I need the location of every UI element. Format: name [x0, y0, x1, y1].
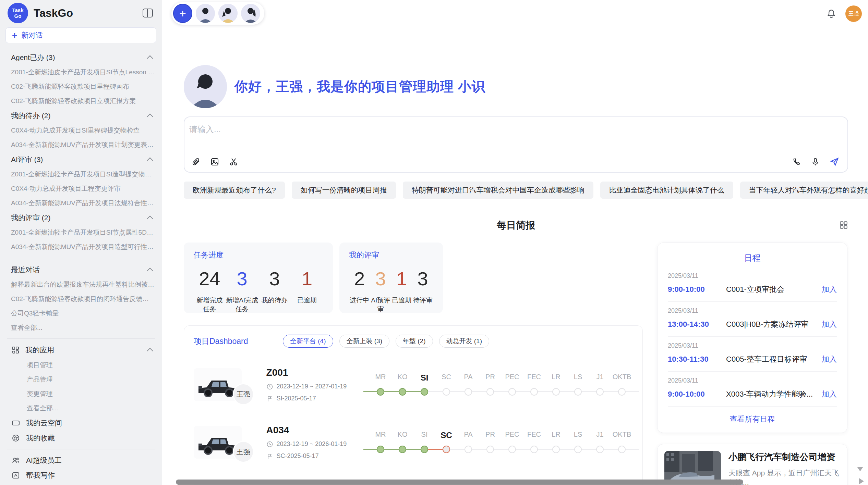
- sidebar-item[interactable]: A034-全新新能源MUV产品开发项目计划变更表编写: [0, 138, 162, 152]
- scissors-icon[interactable]: [229, 157, 238, 166]
- milestone-dot[interactable]: [377, 388, 384, 396]
- event-join-button[interactable]: 加入: [822, 389, 837, 399]
- layout-grid-icon[interactable]: [839, 221, 848, 229]
- suggestion-chip[interactable]: 欧洲新规最近颁布了什么?: [184, 182, 285, 199]
- milestone-dot[interactable]: [618, 388, 626, 396]
- agent-avatar-1[interactable]: [196, 4, 215, 23]
- sidebar-section-header[interactable]: 我的评审 (2): [0, 210, 162, 225]
- my-apps-header[interactable]: 我的应用: [0, 342, 162, 358]
- horizontal-scrollbar[interactable]: [176, 480, 743, 485]
- milestone-dot[interactable]: [421, 446, 428, 453]
- microphone-icon[interactable]: [811, 157, 820, 166]
- milestone-label: MR: [370, 373, 391, 383]
- dashboard-filter-tab[interactable]: 年型 (2): [396, 335, 433, 348]
- sidebar-item[interactable]: C02-飞腾新能源轻客改款项目里程碑画布: [0, 79, 162, 94]
- sidebar-item-drawing[interactable]: 创意制图: [0, 483, 162, 485]
- milestone-dot[interactable]: [596, 446, 604, 453]
- project-row[interactable]: 王强 A034 2023-12-19 ~ 2026-01-19: [194, 422, 633, 463]
- app-item[interactable]: 产品管理: [0, 372, 162, 387]
- view-all-schedule-link[interactable]: 查看所有日程: [668, 407, 837, 426]
- recent-chat-item[interactable]: 查看全部...: [0, 321, 162, 335]
- sidebar-item-ai-staff[interactable]: AI超级员工: [0, 453, 162, 468]
- dashboard-filter-tab[interactable]: 动总开发 (1): [439, 335, 490, 348]
- user-avatar[interactable]: 王强: [845, 5, 862, 22]
- scroll-right-icon[interactable]: [859, 478, 864, 484]
- milestone-dot[interactable]: [399, 388, 406, 396]
- scroll-down-icon[interactable]: [857, 467, 863, 471]
- suggestion-chip[interactable]: 比亚迪全固态电池计划具体说了什么: [600, 182, 733, 199]
- milestone-dot[interactable]: [377, 446, 384, 453]
- sidebar-item[interactable]: Z001-全新燃油皮卡产品开发项目SI节点Lesson Learn报告: [0, 65, 162, 79]
- app-item[interactable]: 项目管理: [0, 358, 162, 372]
- milestone-dot[interactable]: [530, 446, 538, 453]
- sidebar-item[interactable]: A034-全新新能源MUV产品开发项目造型可行性评审: [0, 240, 162, 254]
- dashboard-filter-tab[interactable]: 全新平台 (4): [283, 335, 333, 348]
- collapse-sidebar-icon[interactable]: [143, 9, 153, 17]
- sidebar-item[interactable]: A034-全新新能源MUV产品开发项目法规符合性评审: [0, 196, 162, 210]
- event-date: 2025/03/11: [668, 377, 837, 384]
- send-icon[interactable]: [830, 157, 839, 166]
- milestone-dot[interactable]: [596, 388, 604, 396]
- agent-avatar-3[interactable]: [241, 4, 260, 23]
- event-join-button[interactable]: 加入: [822, 284, 837, 295]
- milestone-dot[interactable]: [465, 446, 472, 453]
- milestone-dot[interactable]: [574, 446, 582, 453]
- milestone-dot[interactable]: [486, 388, 494, 396]
- event-join-button[interactable]: 加入: [822, 319, 837, 329]
- milestone-dot[interactable]: [399, 446, 406, 453]
- milestone-dot[interactable]: [574, 388, 582, 396]
- divider: [7, 449, 155, 449]
- milestone-dot[interactable]: [552, 446, 560, 453]
- sidebar-section-header[interactable]: 我的待办 (2): [0, 108, 162, 123]
- recent-chat-item[interactable]: 公司Q3轻卡销量: [0, 306, 162, 321]
- app-item[interactable]: 查看全部...: [0, 401, 162, 415]
- milestone-dot[interactable]: [552, 388, 560, 396]
- project-row[interactable]: 王强 Z001 2023-12-19 ~ 2027-01-19: [194, 364, 633, 405]
- milestone-dot[interactable]: [443, 388, 450, 396]
- agent-avatar-2[interactable]: [218, 4, 238, 23]
- attachment-icon[interactable]: [191, 157, 201, 166]
- chevron-up-icon[interactable]: [147, 268, 153, 274]
- suggestion-chip[interactable]: 当下年轻人对汽车外观有怎样的喜好趋势: [740, 182, 868, 199]
- milestone-dot[interactable]: [486, 446, 494, 453]
- sidebar-item-cloud[interactable]: 我的云空间: [0, 415, 162, 431]
- sidebar-item[interactable]: Z001-全新燃油轻卡产品开发项目SI节点属性5D文件评审: [0, 225, 162, 240]
- chevron-up-icon[interactable]: [147, 215, 153, 222]
- milestone-dot[interactable]: [530, 388, 538, 396]
- event-join-button[interactable]: 加入: [822, 354, 837, 364]
- chevron-up-icon[interactable]: [147, 348, 153, 354]
- milestone-dot[interactable]: [618, 446, 626, 453]
- milestone-labels: MRKOSISCPAPRPECFECLRLSJ1OKTB: [370, 373, 633, 383]
- sidebar-item-writing[interactable]: 帮我写作: [0, 468, 162, 483]
- milestone-dot[interactable]: [421, 388, 428, 396]
- sidebar-section-header[interactable]: Agent已办 (3): [0, 50, 162, 65]
- sidebar-section-header[interactable]: AI评审 (3): [0, 152, 162, 167]
- chevron-up-icon[interactable]: [147, 113, 153, 120]
- dashboard-filter-tab[interactable]: 全新上装 (3): [339, 335, 390, 348]
- chevron-up-icon[interactable]: [147, 157, 153, 163]
- chat-input[interactable]: [189, 122, 841, 137]
- suggestion-chip[interactable]: 如何写一份清晰的项目周报: [292, 182, 396, 199]
- sidebar-item[interactable]: C0X4-动力总成开发项目SI里程碑提交物检查: [0, 123, 162, 138]
- recent-chat-item[interactable]: 解释最新出台的欧盟报废车法规再生塑料比例被调至15%...: [0, 277, 162, 292]
- app-item[interactable]: 变更管理: [0, 387, 162, 401]
- milestone-dot[interactable]: [508, 446, 516, 453]
- milestone-dot[interactable]: [465, 388, 472, 396]
- sidebar-item[interactable]: C0X4-动力总成开发项目工程变更评审: [0, 182, 162, 196]
- sidebar-item-favorites[interactable]: 我的收藏: [0, 431, 162, 446]
- recent-chats-header[interactable]: 最近对话: [0, 262, 162, 277]
- milestone-dot[interactable]: [443, 446, 450, 453]
- news-card[interactable]: 小鹏飞行汽车制造公司增资 天眼查 App 显示，近日广州汇天飞行汽...: [657, 444, 847, 485]
- milestone-dot[interactable]: [508, 388, 516, 396]
- add-agent-button[interactable]: +: [173, 4, 192, 23]
- recent-chat-item[interactable]: C02-飞腾新能源轻客改款项目的闭环通告反馈情况: [0, 292, 162, 306]
- chevron-up-icon[interactable]: [147, 55, 153, 61]
- sidebar-item[interactable]: Z001-全新燃油轻卡产品开发项目SI造型提交物评审: [0, 167, 162, 182]
- new-chat-button[interactable]: + 新对话: [5, 27, 156, 43]
- image-icon[interactable]: [210, 157, 219, 166]
- sidebar-item[interactable]: C02-飞腾新能源轻客改款项目立项汇报方案: [0, 94, 162, 108]
- phone-icon[interactable]: [792, 157, 801, 166]
- suggestion-chip[interactable]: 特朗普可能对进口汽车增税会对中国车企造成哪些影响: [403, 182, 593, 199]
- logo-line2: Go: [14, 13, 22, 19]
- notification-bell-icon[interactable]: [826, 9, 836, 19]
